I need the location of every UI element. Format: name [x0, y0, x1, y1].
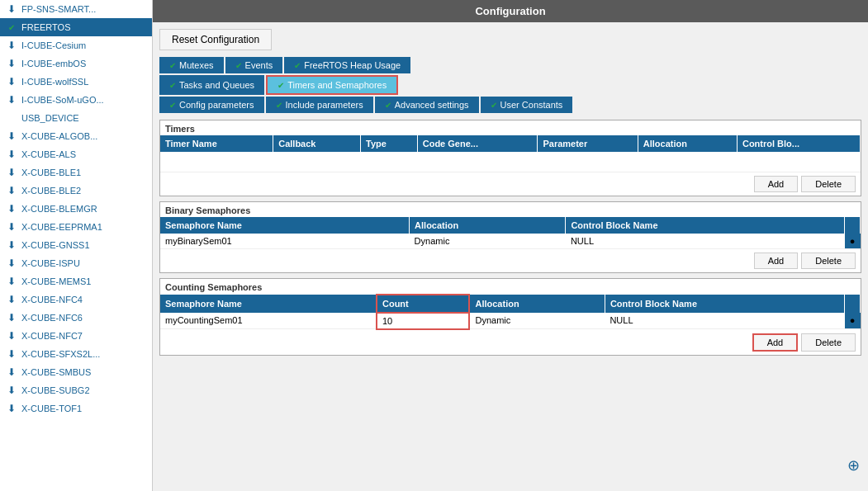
sidebar-item-xcube-als[interactable]: ⬇ X-CUBE-ALS [0, 145, 152, 163]
cntsem-add-button[interactable]: Add [752, 333, 799, 352]
sidebar-item-xcube-nfc4[interactable]: ⬇ X-CUBE-NFC4 [0, 290, 152, 309]
cntsem-col-allocation: Allocation [469, 295, 605, 313]
binsem-row-allocation: Dynamic [410, 234, 566, 249]
binary-semaphores-title: Binary Semaphores [160, 202, 861, 217]
timers-col-name: Timer Name [160, 135, 273, 152]
sidebar-item-xcube-smbus[interactable]: ⬇ X-CUBE-SMBUS [0, 363, 152, 381]
sidebar-item-label: X-CUBE-SMBUS [21, 367, 91, 377]
tab-timers-semaphores-label: Timers and Semaphores [287, 80, 387, 90]
sidebar-item-label: X-CUBE-ALS [21, 149, 76, 159]
sidebar: ⬇ FP-SNS-SMART... ✔ FREERTOS ⬇ I-CUBE-Ce… [0, 0, 153, 491]
sidebar-item-label: X-CUBE-NFC7 [21, 331, 83, 341]
download-icon: ⬇ [5, 402, 18, 415]
tab-freertos-heap[interactable]: ✔ FreeRTOS Heap Usage [284, 57, 410, 73]
tab-events[interactable]: ✔ Events [225, 57, 283, 73]
counting-semaphores-section: Counting Semaphores Semaphore Name Count… [159, 278, 861, 356]
sidebar-item-label: I-CUBE-Cesium [21, 40, 86, 50]
cntsem-col-count: Count [377, 295, 470, 313]
check-icon: ✔ [491, 101, 497, 110]
timers-add-button[interactable]: Add [754, 176, 799, 192]
tab-tasks-queues-label: Tasks and Queues [179, 80, 254, 90]
sidebar-item-label: X-CUBE-ALGOB... [21, 131, 97, 141]
sidebar-item-label: I-CUBE-wolfSSL [21, 77, 88, 87]
main-content: Configuration Reset Configuration ✔ Mute… [153, 0, 868, 491]
binsem-delete-button[interactable]: Delete [801, 253, 856, 269]
tab-include-params[interactable]: ✔ Include parameters [266, 97, 373, 113]
download-icon: ⬇ [5, 2, 18, 16]
tabs-container: ✔ Mutexes ✔ Events ✔ FreeRTOS Heap Usage… [159, 57, 861, 113]
sidebar-item-xcube-eeprma1[interactable]: ⬇ X-CUBE-EEPRMA1 [0, 218, 152, 236]
sidebar-item-xcube-ispu[interactable]: ⬇ X-CUBE-ISPU [0, 254, 152, 272]
sidebar-item-xcube-blemgr[interactable]: ⬇ X-CUBE-BLEMGR [0, 200, 152, 218]
download-icon: ⬇ [5, 75, 18, 88]
check-icon: ✔ [385, 101, 391, 110]
zoom-button[interactable]: ⊕ [847, 456, 860, 474]
sidebar-item-xcube-nfc6[interactable]: ⬇ X-CUBE-NFC6 [0, 309, 152, 327]
binsem-add-button[interactable]: Add [754, 253, 799, 269]
sidebar-item-icube-embos[interactable]: ⬇ I-CUBE-embOS [0, 54, 152, 73]
binsem-col-name: Semaphore Name [160, 217, 410, 234]
tab-row-1: ✔ Mutexes ✔ Events ✔ FreeRTOS Heap Usage [159, 57, 861, 73]
sidebar-item-label: X-CUBE-BLEMGR [21, 204, 97, 214]
reset-config-button[interactable]: Reset Configuration [159, 29, 272, 50]
binary-semaphores-table: Semaphore Name Allocation Control Block … [160, 217, 861, 249]
cntsem-delete-button[interactable]: Delete [801, 333, 856, 352]
sidebar-item-usb-device[interactable]: USB_DEVICE [0, 109, 152, 127]
download-icon: ⬇ [5, 202, 18, 215]
download-icon: ⬇ [5, 166, 18, 179]
sidebar-item-xcube-ble1[interactable]: ⬇ X-CUBE-BLE1 [0, 163, 152, 182]
tab-advanced-settings-label: Advanced settings [395, 100, 469, 110]
sidebar-item-icube-wolfssl[interactable]: ⬇ I-CUBE-wolfSSL [0, 73, 152, 91]
sidebar-item-icube-cesium[interactable]: ⬇ I-CUBE-Cesium [0, 36, 152, 54]
tab-config-params-label: Config parameters [179, 100, 254, 110]
check-icon: ✔ [169, 81, 176, 90]
sidebar-item-xcube-tof1[interactable]: ⬇ X-CUBE-TOF1 [0, 399, 152, 418]
download-icon: ⬇ [5, 93, 18, 106]
sidebar-item-xcube-nfc7[interactable]: ⬇ X-CUBE-NFC7 [0, 327, 152, 345]
download-icon: ⬇ [5, 220, 18, 234]
timers-col-parameter: Parameter [538, 135, 638, 152]
sidebar-item-xcube-algob[interactable]: ⬇ X-CUBE-ALGOB... [0, 127, 152, 145]
check-icon: ✔ [169, 61, 176, 70]
tab-user-constants[interactable]: ✔ User Constants [481, 97, 573, 113]
download-icon: ⬇ [5, 293, 18, 306]
tab-advanced-settings[interactable]: ✔ Advanced settings [375, 97, 479, 113]
sidebar-item-icube-som[interactable]: ⬇ I-CUBE-SoM-uGO... [0, 91, 152, 109]
download-icon: ⬇ [5, 130, 18, 143]
tab-mutexes[interactable]: ✔ Mutexes [159, 57, 224, 73]
binsem-col-controlblock: Control Block Name [566, 217, 845, 234]
binsem-col-dot [845, 217, 861, 234]
sidebar-item-fp-sns[interactable]: ⬇ FP-SNS-SMART... [0, 0, 152, 18]
sidebar-item-xcube-sfxs2l[interactable]: ⬇ X-CUBE-SFXS2L... [0, 345, 152, 363]
counting-semaphores-btn-row: Add Delete [160, 330, 861, 355]
sidebar-item-label: X-CUBE-TOF1 [21, 404, 82, 413]
sidebar-item-xcube-gnss1[interactable]: ⬇ X-CUBE-GNSS1 [0, 236, 152, 254]
timers-col-type: Type [360, 135, 417, 152]
binsem-row-name: myBinarySem01 [160, 234, 410, 249]
table-row: myBinarySem01 Dynamic NULL ● [160, 234, 861, 249]
cntsem-row-controlblock: NULL [605, 313, 844, 329]
cntsem-col-dot [845, 295, 861, 313]
sidebar-item-xcube-mems1[interactable]: ⬇ X-CUBE-MEMS1 [0, 272, 152, 290]
tab-timers-semaphores[interactable]: ✔ Timers and Semaphores [266, 75, 398, 95]
sidebar-item-xcube-ble2[interactable]: ⬇ X-CUBE-BLE2 [0, 182, 152, 200]
sidebar-item-freertos[interactable]: ✔ FREERTOS [0, 18, 152, 36]
tab-tasks-queues[interactable]: ✔ Tasks and Queues [159, 75, 264, 95]
download-icon: ⬇ [5, 238, 18, 252]
cntsem-col-name: Semaphore Name [160, 295, 377, 313]
timers-col-allocation: Allocation [638, 135, 737, 152]
check-icon: ✔ [169, 101, 176, 110]
config-title: Configuration [475, 5, 545, 17]
timers-delete-button[interactable]: Delete [801, 176, 856, 192]
cntsem-row-count[interactable]: 10 [377, 313, 470, 329]
sidebar-item-label: FP-SNS-SMART... [21, 4, 96, 14]
binsem-row-controlblock: NULL [566, 234, 845, 249]
sidebar-item-xcube-subg2[interactable]: ⬇ X-CUBE-SUBG2 [0, 381, 152, 399]
spacer-icon [5, 111, 18, 125]
tab-config-params[interactable]: ✔ Config parameters [159, 97, 264, 113]
download-icon: ⬇ [5, 148, 18, 161]
tab-include-params-label: Include parameters [286, 100, 363, 110]
cntsem-col-controlblock: Control Block Name [605, 295, 844, 313]
tab-events-label: Events [245, 60, 273, 70]
sidebar-item-label: X-CUBE-BLE2 [21, 186, 81, 196]
